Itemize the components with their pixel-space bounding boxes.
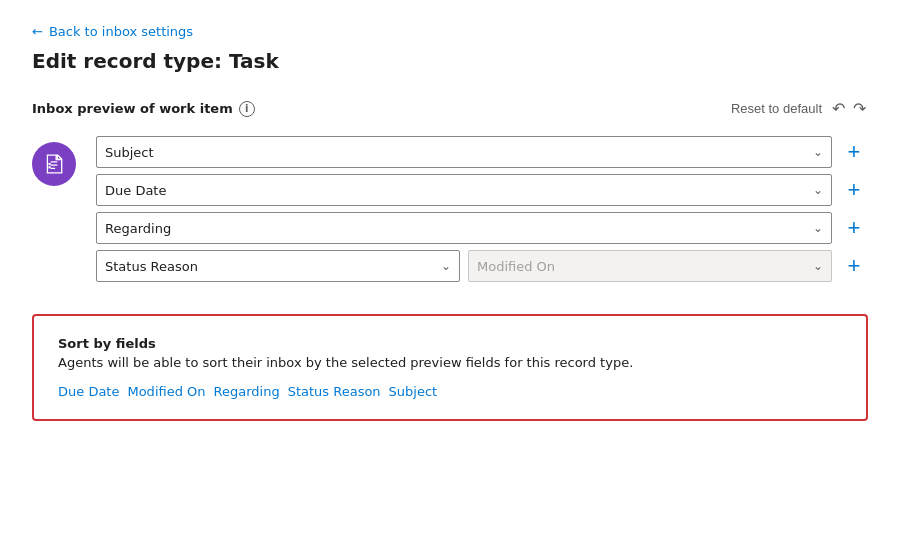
status-reason-field-select[interactable]: Status Reason ⌄ xyxy=(96,250,460,282)
section-label: Inbox preview of work item i xyxy=(32,101,255,117)
field-row: Regarding ⌄ + xyxy=(96,212,868,244)
info-icon[interactable]: i xyxy=(239,101,255,117)
chevron-down-icon: ⌄ xyxy=(813,183,823,197)
add-field-row-3-button[interactable]: + xyxy=(840,214,868,242)
task-icon xyxy=(32,142,76,186)
back-link-label: Back to inbox settings xyxy=(49,24,193,39)
add-field-row-1-button[interactable]: + xyxy=(840,138,868,166)
subject-field-label: Subject xyxy=(105,145,154,160)
task-svg-icon xyxy=(43,153,65,175)
sort-tag-modified-on[interactable]: Modified On xyxy=(127,384,205,399)
chevron-down-icon: ⌄ xyxy=(813,221,823,235)
sort-section-title: Sort by fields xyxy=(58,336,842,351)
field-row: Due Date ⌄ + xyxy=(96,174,868,206)
add-field-row-2-button[interactable]: + xyxy=(840,176,868,204)
sort-section-description: Agents will be able to sort their inbox … xyxy=(58,355,842,370)
back-arrow-icon: ← xyxy=(32,24,43,39)
sort-tag-status-reason[interactable]: Status Reason xyxy=(288,384,381,399)
chevron-down-icon: ⌄ xyxy=(441,259,451,273)
sort-section: Sort by fields Agents will be able to so… xyxy=(32,314,868,421)
sort-tag-regarding[interactable]: Regarding xyxy=(214,384,280,399)
sort-tags-container: Due Date Modified On Regarding Status Re… xyxy=(58,384,842,399)
reset-actions: Reset to default ↶ ↷ xyxy=(727,97,868,120)
undo-icon: ↶ xyxy=(832,100,845,117)
duedate-field-label: Due Date xyxy=(105,183,166,198)
status-reason-field-label: Status Reason xyxy=(105,259,198,274)
regarding-field-label: Regarding xyxy=(105,221,171,236)
preview-area: Subject ⌄ + Due Date ⌄ + Regarding ⌄ + S… xyxy=(32,136,868,282)
svg-rect-0 xyxy=(49,163,51,165)
undo-button[interactable]: ↶ xyxy=(830,97,847,120)
field-row: Status Reason ⌄ Modified On ⌄ + xyxy=(96,250,868,282)
reset-to-default-button[interactable]: Reset to default xyxy=(727,99,826,118)
modified-on-field-select[interactable]: Modified On ⌄ xyxy=(468,250,832,282)
page-title: Edit record type: Task xyxy=(32,49,868,73)
duedate-field-select[interactable]: Due Date ⌄ xyxy=(96,174,832,206)
fields-list: Subject ⌄ + Due Date ⌄ + Regarding ⌄ + S… xyxy=(96,136,868,282)
redo-icon: ↷ xyxy=(853,100,866,117)
section-header: Inbox preview of work item i Reset to de… xyxy=(32,97,868,120)
back-link[interactable]: ← Back to inbox settings xyxy=(32,24,868,39)
svg-rect-1 xyxy=(49,166,51,168)
chevron-down-icon: ⌄ xyxy=(813,259,823,273)
add-field-row-4-button[interactable]: + xyxy=(840,252,868,280)
modified-on-field-label: Modified On xyxy=(477,259,555,274)
subject-field-select[interactable]: Subject ⌄ xyxy=(96,136,832,168)
field-row: Subject ⌄ + xyxy=(96,136,868,168)
redo-button[interactable]: ↷ xyxy=(851,97,868,120)
inbox-preview-label: Inbox preview of work item xyxy=(32,101,233,116)
regarding-field-select[interactable]: Regarding ⌄ xyxy=(96,212,832,244)
sort-tag-subject[interactable]: Subject xyxy=(389,384,438,399)
sort-tag-due-date[interactable]: Due Date xyxy=(58,384,119,399)
chevron-down-icon: ⌄ xyxy=(813,145,823,159)
